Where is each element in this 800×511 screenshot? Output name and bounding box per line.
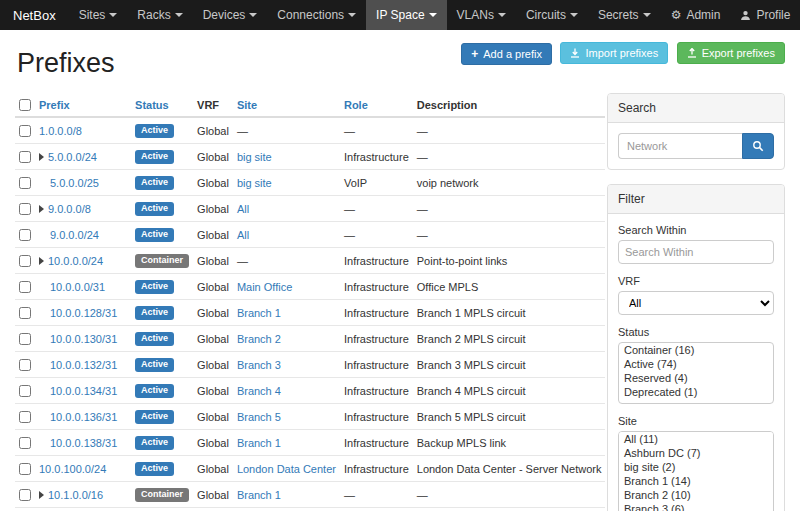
vrf-select[interactable]: All [618, 291, 774, 315]
site-cell: Branch 1 [233, 300, 340, 326]
row-checkbox[interactable] [19, 177, 31, 189]
site-link[interactable]: All [237, 203, 249, 215]
nav-item-circuits[interactable]: Circuits [516, 0, 588, 30]
prefix-link[interactable]: 10.0.0.138/31 [50, 437, 117, 449]
prefix-link[interactable]: 10.0.0.130/31 [50, 333, 117, 345]
site-option[interactable]: Branch 3 (6) [619, 502, 773, 511]
page-container: + Add a prefix Import prefixes Export pr… [0, 30, 800, 511]
row-checkbox[interactable] [19, 359, 31, 371]
row-checkbox[interactable] [19, 125, 31, 137]
row-checkbox[interactable] [19, 281, 31, 293]
site-link[interactable]: London Data Center [237, 463, 336, 475]
prefix-link[interactable]: 10.0.100.0/24 [39, 463, 106, 475]
site-cell: Branch 3 [233, 352, 340, 378]
navbar: NetBox SitesRacksDevicesConnectionsIP Sp… [0, 0, 800, 30]
nav-item-ip-space[interactable]: IP Space [366, 0, 446, 30]
site-link[interactable]: Branch 2 [237, 333, 281, 345]
site-link[interactable]: Branch 1 [237, 489, 281, 501]
nav-item-vlans[interactable]: VLANs [447, 0, 516, 30]
nav-item-devices[interactable]: Devices [193, 0, 268, 30]
site-link[interactable]: All [237, 229, 249, 241]
row-checkbox[interactable] [19, 333, 31, 345]
site-option[interactable]: Branch 1 (14) [619, 474, 773, 488]
table-row: 5.0.0.0/24 Active Global big site Infras… [15, 144, 605, 170]
prefix-list: PrefixStatusVRFSiteRoleDescription 1.0.0… [15, 93, 593, 511]
add-prefix-button[interactable]: + Add a prefix [461, 43, 552, 65]
row-checkbox[interactable] [19, 489, 31, 501]
action-buttons: + Add a prefix Import prefixes Export pr… [457, 42, 785, 65]
table-row: 5.0.0.0/25 Active Global big site VoIP v… [15, 170, 605, 196]
site-link[interactable]: Branch 1 [237, 307, 281, 319]
nav-item-connections[interactable]: Connections [267, 0, 366, 30]
column-header-prefix[interactable]: Prefix [35, 93, 131, 117]
site-link[interactable]: Branch 1 [237, 437, 281, 449]
row-checkbox[interactable] [19, 229, 31, 241]
role-cell: Infrastructure [340, 508, 413, 511]
description-cell: voip network [413, 170, 606, 196]
prefix-link[interactable]: 10.0.0.0/24 [48, 255, 103, 267]
prefix-link[interactable]: 5.0.0.0/25 [50, 177, 99, 189]
site-link[interactable]: Branch 3 [237, 359, 281, 371]
select-all-checkbox[interactable] [19, 99, 31, 111]
row-checkbox[interactable] [19, 411, 31, 423]
import-prefixes-button[interactable]: Import prefixes [560, 42, 668, 64]
vrf-cell: Global [193, 404, 233, 430]
column-header-status[interactable]: Status [131, 93, 193, 117]
site-option[interactable]: big site (2) [619, 460, 773, 474]
app-brand[interactable]: NetBox [0, 0, 69, 30]
site-cell: Main Office [233, 274, 340, 300]
row-checkbox[interactable] [19, 255, 31, 267]
nav-item-secrets[interactable]: Secrets [588, 0, 661, 30]
site-option[interactable]: Ashburn DC (7) [619, 446, 773, 460]
column-header-role[interactable]: Role [340, 93, 413, 117]
prefix-link[interactable]: 1.0.0.0/8 [39, 125, 82, 137]
status-option[interactable]: Deprecated (1) [619, 385, 773, 399]
prefix-link[interactable]: 9.0.0.0/8 [48, 203, 91, 215]
site-cell: Branch 1 [233, 508, 340, 511]
status-option[interactable]: Reserved (4) [619, 371, 773, 385]
nav-item-racks[interactable]: Racks [127, 0, 192, 30]
site-link[interactable]: Branch 5 [237, 411, 281, 423]
site-link[interactable]: Branch 4 [237, 385, 281, 397]
description-cell: — [413, 222, 606, 248]
site-link[interactable]: big site [237, 151, 272, 163]
status-badge: Active [135, 358, 174, 372]
row-checkbox[interactable] [19, 151, 31, 163]
sidebar: Search Filter [607, 93, 785, 511]
prefix-link[interactable]: 10.0.0.134/31 [50, 385, 117, 397]
nav-item-profile[interactable]: Profile [730, 0, 800, 30]
search-button[interactable] [742, 133, 774, 159]
search-input[interactable] [618, 133, 742, 159]
status-option[interactable]: Container (16) [619, 343, 773, 357]
column-header-vrf: VRF [193, 93, 233, 117]
role-cell: — [340, 196, 413, 222]
site-listbox[interactable]: All (11)Ashburn DC (7)big site (2)Branch… [618, 431, 774, 511]
prefix-link[interactable]: 10.1.0.0/16 [48, 489, 103, 501]
prefix-link[interactable]: 10.0.0.0/31 [50, 281, 105, 293]
site-option[interactable]: All (11) [619, 432, 773, 446]
vrf-cell: Global [193, 482, 233, 508]
export-prefixes-button[interactable]: Export prefixes [677, 42, 785, 64]
row-checkbox[interactable] [19, 203, 31, 215]
status-listbox[interactable]: Container (16)Active (74)Reserved (4)Dep… [618, 342, 774, 404]
prefix-link[interactable]: 10.0.0.128/31 [50, 307, 117, 319]
row-checkbox[interactable] [19, 385, 31, 397]
row-checkbox[interactable] [19, 463, 31, 475]
prefix-link[interactable]: 5.0.0.0/24 [48, 151, 97, 163]
filter-panel: Filter Search Within VRF All Status [607, 184, 785, 511]
site-link[interactable]: Main Office [237, 281, 292, 293]
row-checkbox[interactable] [19, 437, 31, 449]
prefix-link[interactable]: 10.0.0.132/31 [50, 359, 117, 371]
site-link[interactable]: big site [237, 177, 272, 189]
prefix-link[interactable]: 9.0.0.0/24 [50, 229, 99, 241]
nav-item-admin[interactable]: ⚙ Admin [661, 0, 731, 30]
nav-item-sites[interactable]: Sites [69, 0, 128, 30]
row-checkbox[interactable] [19, 307, 31, 319]
site-option[interactable]: Branch 2 (10) [619, 488, 773, 502]
column-header-site[interactable]: Site [233, 93, 340, 117]
description-cell: — [413, 117, 606, 144]
search-within-input[interactable] [618, 240, 774, 264]
prefix-link[interactable]: 10.0.0.136/31 [50, 411, 117, 423]
status-option[interactable]: Active (74) [619, 357, 773, 371]
role-cell: Infrastructure [340, 378, 413, 404]
